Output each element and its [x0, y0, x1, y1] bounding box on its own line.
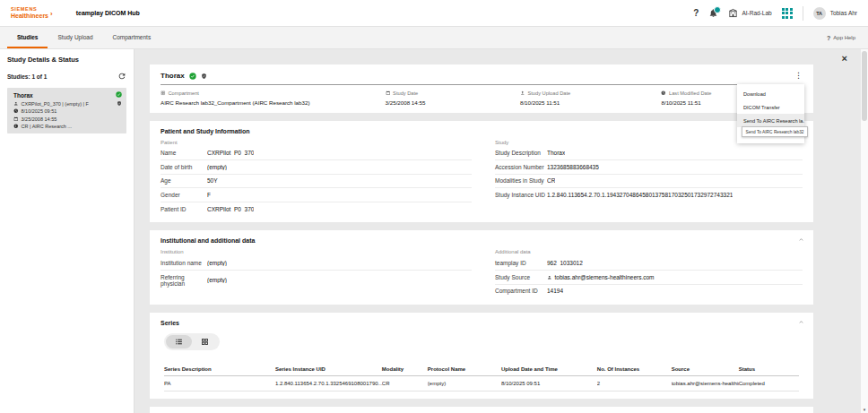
field-row: Compartment ID14194	[495, 285, 803, 298]
next-section-card	[150, 407, 813, 413]
field-row: Accession Number1323685883668435	[495, 160, 803, 175]
menu-item-tooltip: Send To AIRC Research lab32	[742, 126, 808, 137]
institutional-card: Institutional and additional data Instit…	[150, 230, 813, 305]
notification-badge	[714, 6, 721, 13]
shield-icon	[117, 100, 122, 107]
calendar-icon	[386, 90, 391, 96]
app-window: SIEMENS Healthineers › teamplay DICOM Hu…	[0, 0, 868, 413]
field-row: GenderF	[161, 188, 472, 202]
patient-icon	[13, 101, 19, 107]
patient-column: Patient NameCXRPilot_P0_370 Date of birt…	[161, 140, 472, 216]
clock-icon	[661, 90, 666, 96]
top-bar-actions: ? AI-Rad-Lab TA Tobias Ahr	[693, 6, 857, 21]
siemens-healthineers-logo: SIEMENS Healthineers ›	[11, 7, 53, 19]
scrollbar-thumb[interactable]	[862, 51, 867, 121]
list-view-icon	[175, 338, 183, 346]
study-header-card: Thorax ⋮ Compartment AIRC Research lab32…	[150, 65, 813, 113]
apps-grid-icon[interactable]	[782, 8, 793, 19]
grid-view-icon	[201, 338, 209, 346]
top-bar: SIEMENS Healthineers › teamplay DICOM Hu…	[0, 0, 868, 27]
app-help-link[interactable]: ? App Help	[827, 27, 868, 48]
brand-line2: Healthineers	[11, 13, 48, 19]
shield-icon	[201, 73, 207, 80]
series-table-header: Series Description Series Instance UID M…	[164, 363, 799, 376]
tab-study-upload[interactable]: Study Upload	[48, 27, 102, 48]
brand-arrow-icon: ›	[50, 10, 53, 18]
tab-studies[interactable]: Studies	[7, 27, 48, 48]
field-row: Modalities in StudyCR	[495, 175, 803, 189]
divider	[161, 84, 803, 85]
menu-item-dicom-transfer[interactable]: DICOM Transfer	[737, 100, 804, 114]
building-icon	[728, 8, 738, 18]
study-list-item[interactable]: Thorax CXRPilot_P0_370 | (empty) | F 8/1…	[7, 88, 126, 133]
calendar-icon	[13, 116, 19, 122]
chevron-up-icon[interactable]	[798, 237, 804, 243]
refresh-icon[interactable]	[117, 72, 126, 81]
study-column: Study Study DescriptionThorax Accession …	[495, 140, 803, 216]
field-row: teamplay ID962_1033012	[495, 256, 803, 271]
tab-compartments[interactable]: Compartments	[103, 27, 161, 48]
sidebar-title: Study Details & Status	[7, 56, 126, 64]
study-list-sidebar: Study Details & Status Studies: 1 of 1 T…	[0, 49, 135, 413]
study-card-study-date: 3/25/2008 14:55	[22, 116, 57, 122]
patient-study-card: Patient and Study Information Patient Na…	[150, 121, 813, 223]
study-card-upload-date: 8/10/2025 09:51	[22, 108, 57, 114]
field-row: Referring physician(empty)	[161, 271, 472, 290]
app-title: teamplay DICOM Hub	[76, 10, 140, 16]
field-row: Date of birth(empty)	[161, 160, 472, 175]
divider	[803, 6, 803, 21]
series-card: Series Series Description Series Instanc…	[150, 313, 813, 399]
close-button[interactable]: ×	[842, 54, 847, 64]
meta-compartment: Compartment AIRC Research lab32_Compartm…	[161, 90, 386, 106]
status-check-icon	[189, 73, 196, 80]
field-row: Age50Y	[161, 175, 472, 189]
section-title: Patient and Study Information	[161, 128, 803, 134]
user-name: Tobias Ahr	[830, 10, 857, 16]
help-icon[interactable]: ?	[693, 8, 699, 18]
series-table: Series Description Series Instance UID M…	[161, 363, 803, 391]
study-card-modality-line: CR | AIRC Research ...	[22, 124, 72, 129]
notifications-bell-icon[interactable]	[708, 8, 718, 18]
status-check-icon	[116, 91, 122, 98]
user-menu[interactable]: TA Tobias Ahr	[813, 7, 857, 20]
app-help-icon: ?	[827, 35, 830, 41]
meta-upload-date: Study Upload Date 8/10/2025 11:51	[520, 90, 662, 106]
field-row: Study Instance UID1.2.840.113654.2.70.1.…	[495, 188, 803, 202]
study-card-title: Thorax	[13, 92, 120, 99]
scrollbar-down-arrow[interactable]: ▾	[862, 407, 867, 412]
grid-view-button[interactable]	[192, 335, 218, 348]
field-row: Study Source tobias.ahr@siemens-healthin…	[495, 271, 803, 285]
institution-column: Institution Institution name(empty) Refe…	[161, 249, 472, 297]
clock-icon	[13, 108, 19, 114]
overflow-menu-icon[interactable]: ⋮	[791, 69, 806, 82]
upload-icon	[520, 90, 525, 96]
field-row: Institution name(empty)	[161, 256, 472, 271]
avatar: TA	[813, 7, 826, 20]
series-table-row[interactable]: PA 1.2.840.113654.2.70.1.332546910800179…	[164, 376, 799, 391]
organization-selector[interactable]: AI-Rad-Lab	[728, 8, 771, 18]
meta-study-date: Study Date 3/25/2008 14:55	[386, 90, 520, 106]
additional-data-column: Additional data teamplay ID962_1033012 S…	[495, 249, 803, 297]
person-icon	[547, 275, 552, 280]
field-row: Study DescriptionThorax	[495, 147, 803, 161]
field-row: NameCXRPilot_P0_370	[161, 147, 472, 161]
menu-item-download[interactable]: Download	[737, 87, 804, 100]
section-title: Series	[161, 320, 803, 326]
series-view-toggle	[164, 333, 220, 350]
study-title: Thorax	[161, 72, 185, 80]
section-title: Institutional and additional data	[161, 237, 803, 244]
chevron-up-icon[interactable]	[798, 319, 804, 325]
scrollbar[interactable]: ▾	[861, 49, 868, 413]
field-row: Patient IDCXRPilot_P0_370	[161, 202, 472, 216]
studies-count: Studies: 1 of 1	[7, 73, 47, 80]
compartment-icon	[161, 90, 166, 96]
org-label: AI-Rad-Lab	[742, 10, 771, 16]
tab-bar: Studies Study Upload Compartments ? App …	[0, 27, 868, 49]
study-card-patient-line: CXRPilot_P0_370 | (empty) | F	[22, 101, 89, 107]
list-view-button[interactable]	[166, 335, 192, 348]
menu-item-send-to[interactable]: Send To AIRC Research la...	[737, 114, 804, 127]
info-icon	[13, 124, 19, 129]
